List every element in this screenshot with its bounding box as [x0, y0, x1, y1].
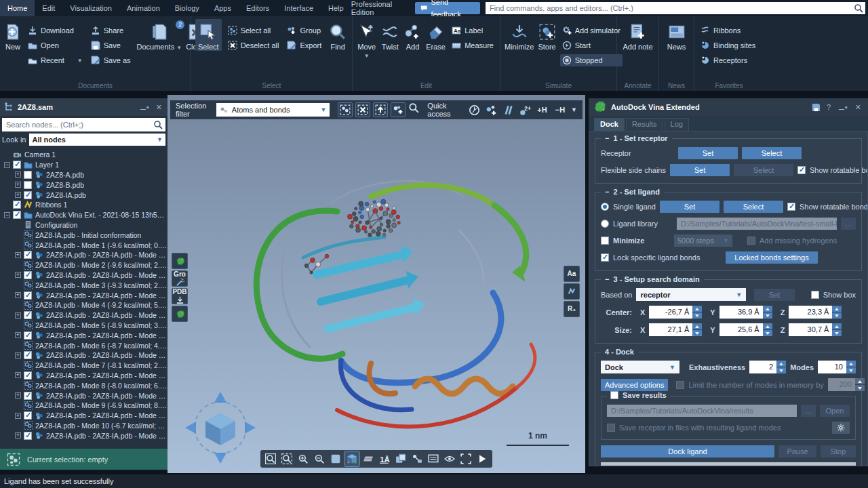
- charge-button[interactable]: 2+: [519, 104, 531, 116]
- download-button[interactable]: Download: [26, 24, 85, 37]
- lock-ligand-bonds-checkbox[interactable]: [601, 253, 609, 262]
- tree-row[interactable]: 2AZ8-IA.pdb - Mode 3 (-9.3 kcal/mol; 2.2…: [0, 280, 167, 290]
- news-button[interactable]: News: [663, 19, 690, 51]
- copy-image-button[interactable]: [393, 451, 408, 466]
- center-y-spinner[interactable]: 36,9 Å: [719, 306, 772, 319]
- tree-row[interactable]: +2AZ8-IA.pdb - 2AZ8-IA.pdb - Mode 5 (-8.…: [0, 330, 167, 340]
- visibility-checkbox[interactable]: [24, 432, 32, 440]
- pause-button[interactable]: Pause: [778, 445, 816, 458]
- erase-button[interactable]: Erase: [426, 19, 446, 51]
- search-icon[interactable]: [153, 120, 163, 129]
- add-note-button[interactable]: Add note: [621, 19, 654, 51]
- domain-set-button[interactable]: Set: [754, 289, 794, 301]
- single-ligand-radio[interactable]: [601, 203, 609, 211]
- start-button[interactable]: Start: [560, 39, 623, 52]
- visibility-checkbox[interactable]: [24, 191, 32, 199]
- expand-icon[interactable]: +: [15, 332, 21, 338]
- spin-up-icon[interactable]: [832, 323, 842, 329]
- zoom-select-button[interactable]: [279, 451, 294, 466]
- recent-button[interactable]: Recent ▼: [26, 54, 85, 66]
- search-icon[interactable]: [854, 3, 863, 13]
- tree-row[interactable]: 2AZ8-IA.pdb - Mode 6 (-8.7 kcal/mol; 4.3…: [0, 340, 167, 350]
- spin-down-icon[interactable]: [692, 312, 702, 319]
- tree-row[interactable]: +2AZ8-IA.pdb - 2AZ8-IA.pdb - Mode 10 (-6…: [0, 430, 167, 441]
- remove-hydrogens-button[interactable]: −H: [553, 106, 567, 114]
- tree-row[interactable]: +2AZ8-IA.pdb - 2AZ8-IA.pdb - Mode 3 (-9.…: [0, 290, 167, 300]
- tree-row[interactable]: 2AZ8-IA.pdb - Mode 7 (-8.1 kcal/mol; 2.7…: [0, 361, 167, 371]
- size-z-spinner[interactable]: 30,7 Å: [789, 323, 842, 336]
- pin-panel-icon[interactable]: ⚊▪: [138, 103, 151, 112]
- favorite-ribbons[interactable]: Ribbons: [698, 24, 757, 37]
- expand-icon[interactable]: +: [15, 171, 21, 178]
- save-receptor-checkbox[interactable]: [607, 424, 615, 432]
- dock-ligand-button[interactable]: Dock ligand: [601, 445, 774, 458]
- pin-label-button[interactable]: [410, 451, 425, 466]
- ligand-library-path-field[interactable]: D:/Samples/Tutorials/AutoDockVina/test-s…: [677, 218, 837, 230]
- gro-tool-button[interactable]: Gro: [172, 270, 188, 287]
- expand-icon[interactable]: +: [15, 413, 21, 419]
- add-simulator-button[interactable]: Add simulator: [560, 24, 623, 37]
- visibility-checkbox[interactable]: [13, 211, 21, 219]
- visibility-checkbox[interactable]: [24, 351, 32, 359]
- minimize-checkbox[interactable]: [601, 237, 609, 245]
- menu-item-edit[interactable]: Edit: [35, 0, 62, 16]
- ligand-library-radio[interactable]: [601, 220, 609, 228]
- tree-row[interactable]: 2AZ8-IA.pdb - Mode 1 (-9.6 kcal/mol; 0.0…: [0, 240, 167, 250]
- open-button[interactable]: Open: [26, 39, 85, 52]
- visibility-checkbox[interactable]: [24, 411, 32, 420]
- visibility-button[interactable]: [442, 451, 457, 466]
- spin-up-icon[interactable]: [692, 306, 702, 312]
- tree-row[interactable]: 2AZ8-IA.pdb - Mode 2 (-9.6 kcal/mol; 2.3…: [0, 260, 167, 270]
- spin-down-icon[interactable]: [763, 330, 772, 336]
- visibility-checkbox[interactable]: [24, 271, 32, 279]
- expand-icon[interactable]: +: [15, 392, 21, 399]
- ligand-library-browse-button[interactable]: ...: [841, 218, 856, 230]
- stopped-button[interactable]: Stopped: [560, 54, 623, 66]
- new-button[interactable]: New: [4, 19, 22, 51]
- visibility-checkbox[interactable]: [24, 371, 32, 380]
- expand-icon[interactable]: +: [15, 252, 21, 258]
- expand-icon[interactable]: +: [15, 272, 21, 278]
- spin-up-icon[interactable]: [832, 306, 842, 312]
- receptor-set-button[interactable]: Set: [678, 147, 738, 159]
- spin-up-icon[interactable]: [692, 323, 702, 329]
- node-search-input[interactable]: [2, 118, 165, 131]
- menu-item-editors[interactable]: Editors: [239, 0, 277, 16]
- close-panel-icon[interactable]: ✕: [155, 103, 163, 112]
- advanced-options-button[interactable]: Advanced options: [601, 379, 668, 391]
- tree-row[interactable]: Camera 1: [0, 150, 167, 160]
- results-path-field[interactable]: D:/Samples/Tutorials/AutoDockVina/result…: [607, 405, 797, 417]
- menu-item-apps[interactable]: Apps: [207, 0, 239, 16]
- flexible-select-button[interactable]: Select: [734, 164, 793, 176]
- expand-icon[interactable]: +: [15, 192, 21, 198]
- add-hydrogens-checkbox[interactable]: [747, 237, 755, 245]
- results-browse-button[interactable]: ...: [801, 405, 816, 417]
- exhaustiveness-spinner[interactable]: 2: [749, 361, 786, 373]
- store-button[interactable]: Store: [538, 19, 555, 51]
- presenter-button[interactable]: [426, 451, 441, 466]
- ground-plane-button[interactable]: [361, 451, 376, 466]
- tree-row[interactable]: +2AZ8-IA.pdb - 2AZ8-IA.pdb - Mode 1 (-9.…: [0, 250, 167, 260]
- receptor-select-button[interactable]: Select: [742, 147, 802, 159]
- stop-button[interactable]: Stop: [821, 445, 856, 458]
- twist-button[interactable]: Twist: [380, 19, 399, 51]
- select-up-button[interactable]: [373, 102, 388, 117]
- play-button[interactable]: [475, 451, 490, 466]
- menu-item-interface[interactable]: Interface: [277, 0, 321, 16]
- visibility-checkbox[interactable]: [24, 171, 32, 179]
- deselect-all-button[interactable]: [355, 102, 370, 117]
- tool-r-button[interactable]: R₃: [564, 301, 580, 317]
- minimize-steps-dropdown[interactable]: 5000 steps ▼: [674, 235, 732, 247]
- modes-spinner[interactable]: 10: [818, 361, 856, 373]
- show-rotatable-bonds-checkbox[interactable]: [797, 166, 806, 174]
- deselect-all-button[interactable]: Deselect all: [226, 39, 281, 52]
- help-icon[interactable]: ?: [825, 103, 832, 111]
- zoom-in-button[interactable]: [296, 451, 311, 466]
- spin-down-icon[interactable]: [763, 312, 772, 319]
- fullscreen-button[interactable]: [458, 451, 473, 466]
- tree-row[interactable]: +2AZ8-IA.pdb: [0, 190, 167, 200]
- group-button[interactable]: Group: [285, 24, 323, 37]
- add-atoms-button[interactable]: [486, 104, 497, 116]
- tree-row[interactable]: +2AZ8-IA.pdb - 2AZ8-IA.pdb - Mode 2 (-9.…: [0, 270, 167, 281]
- size-y-spinner[interactable]: 25,6 Å: [719, 323, 772, 336]
